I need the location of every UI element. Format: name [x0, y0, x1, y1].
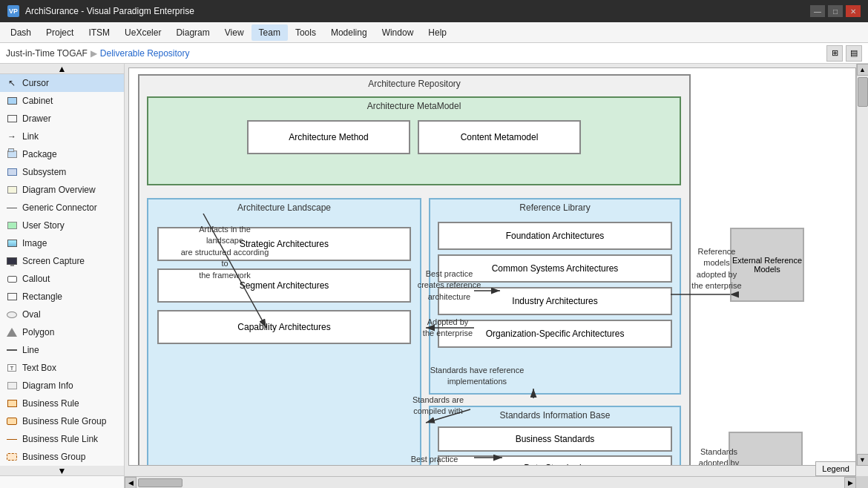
sidebar-item-package[interactable]: Package	[0, 145, 124, 163]
generic-connector-icon	[6, 202, 18, 214]
artifacts-annotation: Artifacts in the landscapeare structured…	[180, 224, 269, 281]
sidebar-label-line: Line	[22, 345, 39, 355]
content-metamodel-box[interactable]: Content Metamodel	[418, 120, 581, 154]
scroll-thumb-h[interactable]	[138, 478, 183, 487]
canvas-area: ▲ ▼ ◀ ▶ Architecture Repository A	[125, 64, 868, 488]
sidebar-label-generic-connector: Generic Connector	[22, 202, 97, 213]
menu-tools[interactable]: Tools	[288, 24, 323, 41]
link-icon: →	[6, 131, 18, 142]
titlebar: VP ArchiSurance - Visual Paradigm Enterp…	[0, 0, 868, 22]
sidebar-label-business-rule: Business Rule	[22, 398, 79, 409]
menu-modeling[interactable]: Modeling	[323, 24, 375, 41]
sidebar-item-polygon[interactable]: Polygon	[0, 323, 124, 341]
sidebar-label-diagram-info: Diagram Info	[22, 380, 73, 391]
breadcrumb-parent[interactable]: Just-in-Time TOGAF	[6, 48, 88, 59]
breadcrumb-current[interactable]: Deliverable Repository	[100, 48, 190, 59]
sidebar-scroll-up[interactable]: ▲	[0, 64, 124, 74]
industry-architectures-label: Industry Architectures	[512, 296, 597, 306]
package-icon	[6, 148, 18, 160]
sidebar-label-business-rule-group: Business Rule Group	[22, 416, 106, 426]
sidebar-item-rectangle[interactable]: Rectangle	[0, 288, 124, 306]
user-story-icon	[6, 220, 18, 231]
title-left: VP ArchiSurance - Visual Paradigm Enterp…	[7, 5, 194, 17]
sidebar-label-subsystem: Subsystem	[22, 167, 66, 177]
scroll-right-button[interactable]: ▶	[844, 477, 856, 489]
sidebar-item-generic-connector[interactable]: Generic Connector	[0, 199, 124, 217]
sidebar-item-user-story[interactable]: User Story	[0, 217, 124, 234]
diagram-info-icon	[6, 380, 18, 392]
architecture-method-box[interactable]: Architecture Method	[247, 120, 410, 154]
breadcrumb-bar: Just-in-Time TOGAF ▶ Deliverable Reposit…	[0, 43, 868, 64]
sidebar-item-subsystem[interactable]: Subsystem	[0, 163, 124, 181]
content-metamodel-label: Content Metamodel	[461, 132, 539, 142]
business-standards-box[interactable]: Business Standards	[438, 426, 672, 452]
sidebar-item-business-rule[interactable]: Business Rule	[0, 395, 124, 412]
scroll-thumb-v[interactable]	[858, 77, 868, 107]
sidebar-item-image[interactable]: Image	[0, 234, 124, 252]
business-group-icon	[6, 451, 18, 463]
menu-project[interactable]: Project	[39, 24, 81, 41]
diagram-canvas[interactable]: Architecture Repository Architecture Met…	[128, 67, 856, 466]
menu-itsm[interactable]: ITSM	[81, 24, 117, 41]
scroll-down-button[interactable]: ▼	[857, 454, 869, 466]
scroll-left-button[interactable]: ◀	[125, 477, 137, 489]
legend-button[interactable]: Legend	[815, 461, 856, 476]
menu-help[interactable]: Help	[421, 24, 454, 41]
foundation-architectures-box[interactable]: Foundation Architectures	[438, 222, 672, 250]
sidebar-item-callout[interactable]: Callout	[0, 270, 124, 288]
menu-window[interactable]: Window	[375, 24, 421, 41]
sidebar-label-drawer: Drawer	[22, 113, 51, 124]
scroll-track-h	[137, 477, 844, 489]
sidebar-item-business-group[interactable]: Business Group	[0, 448, 124, 466]
sidebar-item-link[interactable]: → Link	[0, 128, 124, 145]
common-systems-label: Common Systems Architectures	[492, 263, 619, 274]
breadcrumb-icons: ⊞ ▤	[826, 45, 862, 62]
grid-view-icon[interactable]: ⊞	[826, 45, 843, 62]
sidebar-label-business-rule-link: Business Rule Link	[22, 434, 98, 444]
architecture-metamodel-box[interactable]: Architecture MetaModel Architecture Meth…	[147, 96, 681, 185]
sidebar-label-screen-capture: Screen Capture	[22, 256, 85, 266]
sidebar-item-cursor[interactable]: ↖ Cursor	[0, 74, 124, 92]
oval-icon	[6, 309, 18, 320]
menu-diagram[interactable]: Diagram	[168, 24, 217, 41]
menu-uexceler[interactable]: UeXceler	[117, 24, 168, 41]
cursor-icon: ↖	[6, 77, 18, 89]
main-layout: ▲ ↖ Cursor Cabinet Drawer → Link Package…	[0, 64, 868, 488]
sidebar-label-package: Package	[22, 149, 57, 159]
sidebar-item-business-rule-group[interactable]: Business Rule Group	[0, 412, 124, 430]
menu-view[interactable]: View	[217, 24, 251, 41]
rectangle-icon	[6, 291, 18, 303]
diagram-overview-icon	[6, 184, 18, 196]
sidebar-label-oval: Oval	[22, 309, 41, 320]
sidebar-item-diagram-overview[interactable]: Diagram Overview	[0, 181, 124, 199]
sidebar-label-link: Link	[22, 131, 39, 142]
sidebar-item-screen-capture[interactable]: Screen Capture	[0, 252, 124, 270]
diagram-container: Architecture Repository Architecture Met…	[129, 68, 855, 465]
close-button[interactable]: ✕	[846, 5, 861, 17]
sidebar-item-text-box[interactable]: T Text Box	[0, 359, 124, 377]
scroll-up-button[interactable]: ▲	[857, 64, 869, 76]
layout-view-icon[interactable]: ▤	[846, 45, 862, 62]
sidebar-item-drawer[interactable]: Drawer	[0, 110, 124, 128]
architecture-repository-label: Architecture Repository	[139, 76, 689, 92]
drawer-icon	[6, 113, 18, 125]
metamodel-inner: Architecture Method Content Metamodel	[148, 114, 680, 160]
minimize-button[interactable]: —	[810, 5, 825, 17]
menu-dash[interactable]: Dash	[3, 24, 39, 41]
horizontal-scrollbar[interactable]: ◀ ▶	[125, 476, 856, 488]
app-icon: VP	[7, 5, 19, 17]
vertical-scrollbar[interactable]: ▲ ▼	[856, 64, 868, 466]
maximize-button[interactable]: □	[828, 5, 843, 17]
sidebar-item-cabinet[interactable]: Cabinet	[0, 92, 124, 110]
sidebar-item-diagram-info[interactable]: Diagram Info	[0, 377, 124, 395]
architecture-repository-box[interactable]: Architecture Repository Architecture Met…	[138, 74, 691, 466]
sidebar-item-oval[interactable]: Oval	[0, 306, 124, 323]
sidebar-item-business-rule-link[interactable]: Business Rule Link	[0, 430, 124, 448]
capability-architectures-box[interactable]: Capability Architectures	[157, 310, 411, 344]
data-standards-label: Data Standards	[524, 463, 585, 466]
breadcrumb-separator: ▶	[91, 48, 97, 59]
sidebar-scroll-down[interactable]: ▼	[0, 466, 124, 476]
subsystem-icon	[6, 166, 18, 178]
sidebar-item-line[interactable]: Line	[0, 341, 124, 359]
menu-team[interactable]: Team	[251, 24, 288, 41]
